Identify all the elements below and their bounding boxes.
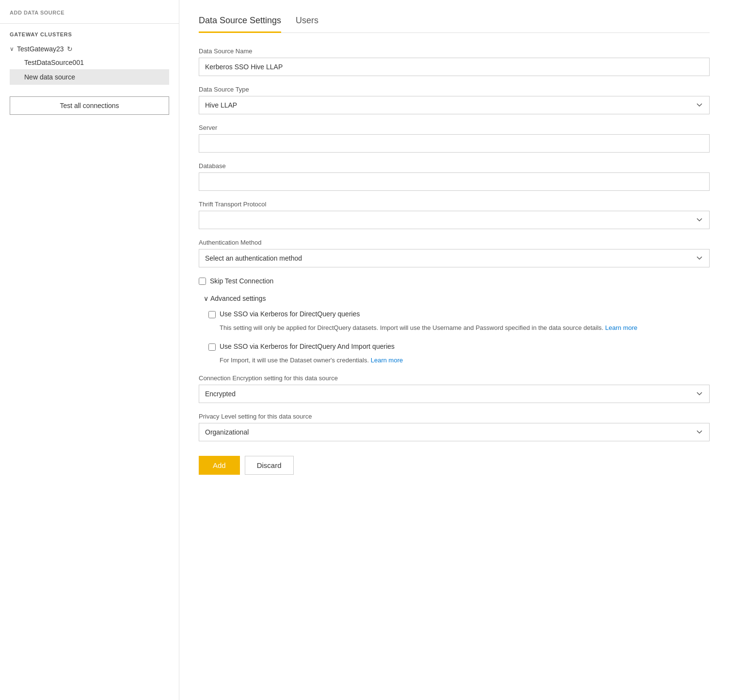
sso-directquery-checkbox[interactable]: [208, 311, 216, 318]
database-label: Database: [199, 162, 710, 170]
sso-import-label[interactable]: Use SSO via Kerberos for DirectQuery And…: [220, 342, 395, 350]
database-group: Database: [199, 162, 710, 191]
auth-method-select[interactable]: Select an authentication method: [199, 249, 710, 267]
datasource-type-group: Data Source Type Hive LLAP: [199, 86, 710, 114]
gateway-item[interactable]: ∨ TestGateway23 ↻: [10, 42, 169, 56]
sidebar-header: ADD DATA SOURCE: [0, 10, 179, 24]
chevron-down-icon: ∨: [10, 46, 14, 52]
form-actions: Add Discard: [199, 456, 710, 475]
encryption-select[interactable]: Encrypted None: [199, 385, 710, 403]
sso-directquery-item: Use SSO via Kerberos for DirectQuery que…: [208, 310, 710, 333]
form-section: Data Source Name Data Source Type Hive L…: [199, 47, 710, 494]
thrift-select[interactable]: [199, 211, 710, 229]
encryption-group: Connection Encryption setting for this d…: [199, 374, 710, 403]
datasource-item[interactable]: TestDataSource001: [10, 56, 169, 69]
gateway-name: TestGateway23: [17, 45, 64, 53]
thrift-label: Thrift Transport Protocol: [199, 201, 710, 208]
gateway-section: GATEWAY CLUSTERS ∨ TestGateway23 ↻ TestD…: [0, 24, 179, 85]
server-group: Server: [199, 124, 710, 153]
server-input[interactable]: [199, 134, 710, 153]
new-datasource-label: New data source: [24, 73, 75, 81]
gateway-clusters-label: GATEWAY CLUSTERS: [10, 31, 169, 37]
sso-import-item: Use SSO via Kerberos for DirectQuery And…: [208, 342, 710, 365]
sidebar: ADD DATA SOURCE GATEWAY CLUSTERS ∨ TestG…: [0, 0, 179, 700]
auth-method-label: Authentication Method: [199, 239, 710, 246]
auth-method-group: Authentication Method Select an authenti…: [199, 239, 710, 267]
tabs: Data Source Settings Users: [199, 0, 710, 33]
server-label: Server: [199, 124, 710, 131]
datasource-name-input[interactable]: [199, 58, 710, 76]
encryption-label: Connection Encryption setting for this d…: [199, 374, 710, 382]
chevron-down-icon: ∨: [204, 295, 208, 302]
refresh-icon[interactable]: ↻: [67, 45, 73, 53]
sso-directquery-desc-text: This setting will only be applied for Di…: [220, 324, 603, 331]
advanced-settings-content: Use SSO via Kerberos for DirectQuery que…: [199, 310, 710, 365]
datasource-name-label: Data Source Name: [199, 47, 710, 55]
skip-test-checkbox[interactable]: [199, 278, 206, 285]
test-all-connections-button[interactable]: Test all connections: [10, 96, 169, 115]
database-input[interactable]: [199, 172, 710, 191]
sso-directquery-learn-more-link[interactable]: Learn more: [605, 324, 637, 331]
sso-import-learn-more-link[interactable]: Learn more: [371, 357, 403, 364]
main-content: Data Source Settings Users Data Source N…: [179, 0, 729, 700]
datasource-type-select[interactable]: Hive LLAP: [199, 96, 710, 114]
datasource-name-group: Data Source Name: [199, 47, 710, 76]
skip-test-group: Skip Test Connection: [199, 277, 710, 285]
sso-import-desc-text: For Import, it will use the Dataset owne…: [220, 357, 369, 364]
sso-directquery-desc: This setting will only be applied for Di…: [208, 323, 710, 333]
sso-directquery-group: Use SSO via Kerberos for DirectQuery que…: [208, 310, 710, 318]
sso-import-desc: For Import, it will use the Dataset owne…: [208, 356, 710, 365]
privacy-select[interactable]: Organizational Private Public None: [199, 423, 710, 441]
sso-directquery-label[interactable]: Use SSO via Kerberos for DirectQuery que…: [220, 310, 360, 318]
privacy-label: Privacy Level setting for this data sour…: [199, 413, 710, 420]
skip-test-label[interactable]: Skip Test Connection: [210, 277, 273, 285]
add-button[interactable]: Add: [199, 456, 240, 475]
advanced-settings-toggle[interactable]: ∨ Advanced settings: [199, 295, 710, 302]
sso-import-checkbox[interactable]: [208, 343, 216, 351]
advanced-settings-label: Advanced settings: [210, 295, 266, 302]
datasource-name: TestDataSource001: [24, 59, 84, 66]
datasource-type-label: Data Source Type: [199, 86, 710, 93]
tab-data-source-settings[interactable]: Data Source Settings: [199, 10, 281, 33]
tab-users[interactable]: Users: [296, 10, 318, 33]
thrift-group: Thrift Transport Protocol: [199, 201, 710, 229]
new-datasource-item[interactable]: New data source: [10, 69, 169, 85]
discard-button[interactable]: Discard: [245, 456, 294, 475]
sso-import-group: Use SSO via Kerberos for DirectQuery And…: [208, 342, 710, 351]
privacy-group: Privacy Level setting for this data sour…: [199, 413, 710, 441]
